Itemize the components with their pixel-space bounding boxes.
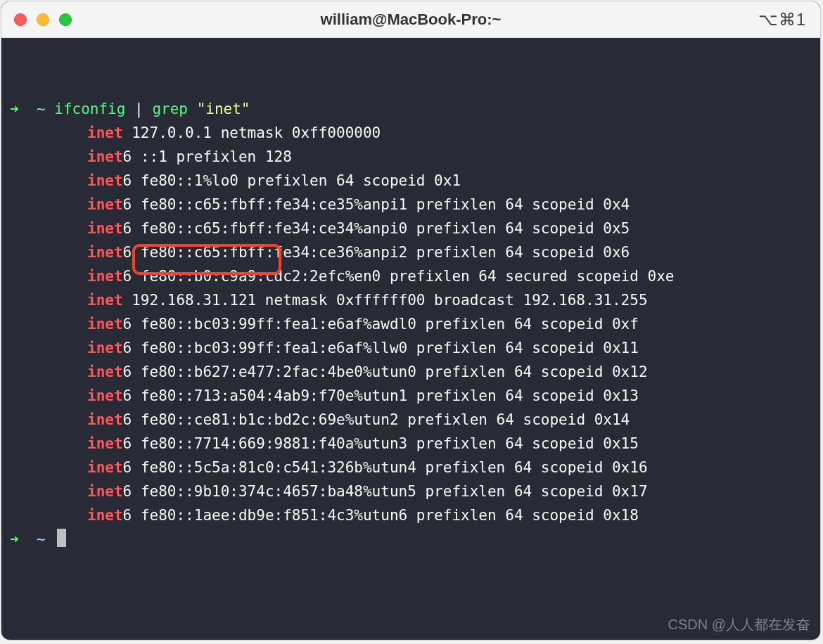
output-text: 127.0.0.1 netmask 0xff000000: [123, 124, 381, 141]
cmd-ifconfig: ifconfig: [54, 101, 125, 117]
output-line: inet6 fe80::c65:fbff:fe34:ce35%anpi1 pre…: [10, 193, 812, 217]
output-text: fe80::c65:fbff:fe34:ce34%anpi0 prefixlen…: [132, 220, 630, 237]
output-line: inet6 fe80::1%lo0 prefixlen 64 scopeid 0…: [10, 169, 812, 193]
output-line: inet6 fe80::bc03:99ff:fea1:e6af%llw0 pre…: [10, 336, 812, 360]
inet-keyword: inet: [87, 220, 123, 237]
inet-keyword: inet: [87, 196, 123, 213]
output-text: ::1 prefixlen 128: [132, 148, 292, 165]
inet6-suffix: 6: [123, 507, 132, 524]
output-line: inet 127.0.0.1 netmask 0xff000000: [10, 121, 812, 145]
output-line: inet6 fe80::ce81:b1c:bd2c:69e%utun2 pref…: [10, 408, 812, 432]
inet-keyword: inet: [87, 172, 123, 189]
output-line: inet6 fe80::b0:c9a9:cdc2:2efc%en0 prefix…: [10, 264, 812, 288]
shortcut-hint: ⌥⌘1: [758, 10, 806, 30]
inet6-suffix: 6: [123, 148, 132, 165]
inet-keyword: inet: [87, 340, 123, 356]
output-text: fe80::9b10:374c:4657:ba48%utun5 prefixle…: [132, 483, 647, 500]
window-title: william@MacBook-Pro:~: [1, 11, 820, 29]
inet-keyword: inet: [87, 363, 123, 380]
prompt-path: ~: [37, 101, 46, 117]
output-text: fe80::bc03:99ff:fea1:e6af%llw0 prefixlen…: [132, 340, 639, 356]
output-text: fe80::1%lo0 prefixlen 64 scopeid 0x1: [132, 172, 461, 189]
prompt-line-empty: ➜ ~: [10, 527, 812, 551]
inet6-suffix: 6: [123, 220, 132, 237]
minimize-icon[interactable]: [37, 13, 49, 26]
inet-keyword: inet: [87, 316, 123, 333]
output-text: fe80::b627:e477:2fac:4be0%utun0 prefixle…: [132, 363, 647, 380]
output-text: fe80::c65:fbff:fe34:ce35%anpi1 prefixlen…: [132, 196, 630, 213]
watermark: CSDN @人人都在发奋: [668, 615, 810, 634]
prompt-arrow-icon: ➜: [10, 531, 19, 548]
output-line: inet6 fe80::9b10:374c:4657:ba48%utun5 pr…: [10, 479, 812, 503]
output-line: inet6 fe80::5c5a:81c0:c541:326b%utun4 pr…: [10, 456, 812, 479]
terminal-window: william@MacBook-Pro:~ ⌥⌘1 ➜ ~ ifconfig |…: [1, 1, 820, 640]
output-line: inet6 fe80::1aee:db9e:f851:4c3%utun6 pre…: [10, 503, 812, 527]
prompt-path: ~: [37, 531, 46, 548]
output-line: inet6 fe80::b627:e477:2fac:4be0%utun0 pr…: [10, 360, 812, 384]
cursor-icon: [57, 529, 66, 547]
inet-keyword: inet: [87, 435, 123, 452]
inet6-suffix: 6: [123, 172, 132, 189]
inet6-suffix: 6: [123, 196, 132, 213]
zoom-icon[interactable]: [59, 13, 72, 26]
output-text: fe80::713:a504:4ab9:f70e%utun1 prefixlen…: [132, 387, 639, 404]
output-text: fe80::1aee:db9e:f851:4c3%utun6 prefixlen…: [132, 507, 639, 524]
inet-keyword: inet: [87, 387, 123, 404]
output-text: fe80::c65:fbff:fe34:ce36%anpi2 prefixlen…: [132, 244, 630, 261]
output-text: fe80::5c5a:81c0:c541:326b%utun4 prefixle…: [132, 459, 647, 476]
inet6-suffix: 6: [123, 387, 132, 404]
inet6-suffix: 6: [123, 316, 132, 333]
output-text: fe80::7714:669:9881:f40a%utun3 prefixlen…: [132, 435, 639, 452]
inet-keyword: inet: [87, 507, 123, 524]
inet-keyword: inet: [87, 124, 123, 141]
inet-keyword: inet: [87, 411, 123, 428]
output-line: inet 192.168.31.121 netmask 0xffffff00 b…: [10, 288, 812, 312]
output-line: inet6 fe80::c65:fbff:fe34:ce34%anpi0 pre…: [10, 217, 812, 240]
inet6-suffix: 6: [123, 483, 132, 500]
inet6-suffix: 6: [123, 340, 132, 356]
inet-keyword: inet: [87, 148, 123, 165]
output-line: inet6 fe80::713:a504:4ab9:f70e%utun1 pre…: [10, 384, 812, 408]
titlebar: william@MacBook-Pro:~ ⌥⌘1: [1, 1, 820, 38]
inet-keyword: inet: [87, 459, 123, 476]
output-line: inet6 fe80::c65:fbff:fe34:ce36%anpi2 pre…: [10, 240, 812, 264]
inet6-suffix: 6: [123, 363, 132, 380]
inet-keyword: inet: [87, 483, 123, 500]
inet6-suffix: 6: [123, 244, 132, 261]
grep-arg: "inet": [197, 101, 250, 117]
cmd-grep: grep: [152, 101, 188, 117]
output-line: inet6 fe80::7714:669:9881:f40a%utun3 pre…: [10, 432, 812, 456]
prompt-line: ➜ ~ ifconfig | grep "inet": [10, 97, 812, 121]
output-line: inet6 fe80::bc03:99ff:fea1:e6af%awdl0 pr…: [10, 312, 812, 336]
inet6-suffix: 6: [123, 459, 132, 476]
traffic-lights: [14, 13, 72, 26]
inet-keyword: inet: [87, 292, 123, 309]
output-text: fe80::b0:c9a9:cdc2:2efc%en0 prefixlen 64…: [132, 268, 674, 285]
pipe-symbol: |: [134, 101, 143, 117]
close-icon[interactable]: [14, 13, 27, 26]
inet6-suffix: 6: [123, 268, 132, 285]
inet-keyword: inet: [87, 268, 123, 285]
inet6-suffix: 6: [123, 435, 132, 452]
inet6-suffix: 6: [123, 411, 132, 428]
output-text: fe80::bc03:99ff:fea1:e6af%awdl0 prefixle…: [132, 316, 639, 333]
output-text: fe80::ce81:b1c:bd2c:69e%utun2 prefixlen …: [132, 411, 630, 428]
prompt-arrow-icon: ➜: [10, 101, 19, 117]
inet-keyword: inet: [87, 244, 123, 261]
terminal-body[interactable]: ➜ ~ ifconfig | grep "inet"inet 127.0.0.1…: [1, 38, 820, 634]
output-line: inet6 ::1 prefixlen 128: [10, 145, 812, 169]
output-text: 192.168.31.121 netmask 0xffffff00 broadc…: [123, 292, 648, 309]
